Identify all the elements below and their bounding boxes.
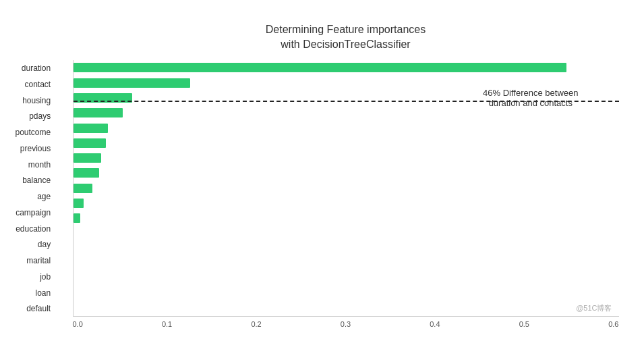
- y-label-pdays: pdays: [16, 109, 51, 123]
- y-label-month: month: [16, 158, 51, 172]
- y-label-age: age: [16, 190, 51, 203]
- x-tick-label: 0.6: [608, 320, 618, 328]
- y-label-contact: contact: [16, 78, 51, 91]
- bar-row-education: [74, 211, 619, 226]
- bar-row-poutcome: [74, 120, 619, 135]
- bar-month: [74, 153, 101, 163]
- y-label-campaign: campaign: [16, 206, 51, 219]
- y-label-duration: duration: [16, 61, 51, 75]
- annotation-line: duration and contacts: [489, 98, 573, 108]
- y-label-loan: loan: [16, 286, 51, 300]
- bar-balance: [74, 168, 100, 178]
- bar-contact: [74, 78, 190, 88]
- bar-campaign: [74, 199, 84, 208]
- y-label-housing: housing: [16, 94, 51, 107]
- bar-row-loan: [74, 271, 619, 286]
- y-axis: durationcontacthousingpdayspoutcomeprevi…: [16, 60, 51, 317]
- x-tick-label: 0.3: [341, 320, 351, 328]
- bar-row-job: [74, 256, 619, 271]
- y-label-poutcome: poutcome: [16, 126, 51, 139]
- title-line1: Determining Feature importances: [73, 22, 619, 37]
- bar-row-age: [74, 181, 619, 196]
- x-tick-label: 0.0: [73, 320, 83, 328]
- bar-row-day: [74, 226, 619, 240]
- x-tick-label: 0.2: [251, 320, 261, 328]
- annotation-text: 46% Difference betweenduration and conta…: [483, 88, 578, 108]
- x-tick-label: 0.5: [519, 320, 529, 328]
- title-line2: with DecisionTreeClassifier: [73, 37, 619, 52]
- bar-row-default: [74, 286, 619, 301]
- chart-title: Determining Feature importances with Dec…: [73, 22, 619, 53]
- bar-duration: [74, 63, 567, 72]
- x-tick-label: 0.4: [430, 320, 440, 328]
- watermark: @51C博客: [576, 303, 612, 313]
- bar-row-balance: [74, 165, 619, 180]
- x-tick-label: 0.1: [162, 320, 172, 328]
- y-label-day: day: [16, 238, 51, 251]
- bar-row-duration: [74, 60, 619, 75]
- bar-row-marital: [74, 241, 619, 256]
- bar-poutcome: [74, 124, 108, 133]
- bar-row-month: [74, 151, 619, 165]
- bar-education: [74, 213, 80, 223]
- chart-area: durationcontacthousingpdayspoutcomeprevi…: [73, 60, 619, 317]
- y-label-balance: balance: [16, 174, 51, 187]
- y-label-default: default: [16, 302, 51, 315]
- bar-age: [74, 184, 92, 193]
- chart-container: Determining Feature importances with Dec…: [12, 9, 633, 333]
- y-label-education: education: [16, 222, 51, 236]
- x-axis: 0.00.10.20.30.40.50.6: [73, 320, 619, 328]
- bar-row-campaign: [74, 196, 619, 211]
- bar-pdays: [74, 108, 123, 117]
- y-label-job: job: [16, 270, 51, 284]
- y-label-previous: previous: [16, 142, 51, 155]
- y-label-marital: marital: [16, 254, 51, 267]
- bar-previous: [74, 138, 107, 148]
- annotation-line: 46% Difference between: [483, 88, 578, 98]
- bar-row-previous: [74, 136, 619, 151]
